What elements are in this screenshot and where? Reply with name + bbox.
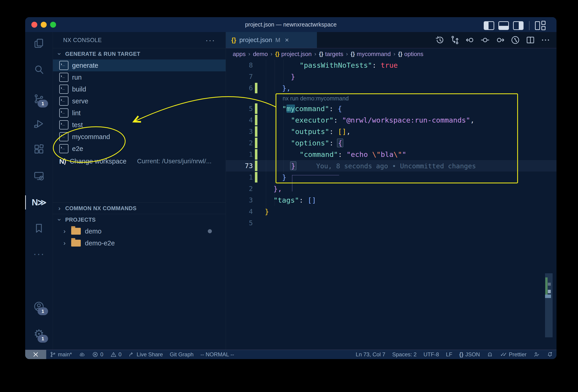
previous-change-icon[interactable] — [465, 35, 475, 45]
statusbar-copilot[interactable] — [483, 350, 496, 359]
statusbar-live-share[interactable]: Live Share — [125, 350, 166, 359]
code-line[interactable]: 6}, — [226, 82, 557, 94]
activity-bookmarks-icon[interactable] — [33, 222, 45, 235]
code-line[interactable]: 5 — [226, 217, 557, 229]
close-tab-icon[interactable]: × — [285, 36, 289, 44]
line-number: 7 — [226, 71, 253, 82]
statusbar-indentation[interactable]: Spaces: 2 — [389, 350, 420, 359]
section-generate-run-target[interactable]: › GENERATE & RUN TARGET — [53, 48, 226, 59]
breadcrumb-separator: › — [270, 51, 272, 57]
target-item-e2e[interactable]: ›_e2e — [53, 143, 226, 155]
change-icon[interactable] — [480, 35, 490, 45]
tab-project-json[interactable]: {} project.json M × — [226, 32, 317, 48]
activity-accounts-icon[interactable]: 1 — [33, 300, 45, 313]
project-item-demo-e2e[interactable]: ›demo-e2e — [53, 237, 226, 249]
change-workspace-item[interactable]: N⟩Change workspaceCurrent: /Users/juri/n… — [53, 155, 226, 168]
code-line[interactable]: 3"outputs": [], — [226, 126, 557, 137]
activity-search-icon[interactable] — [33, 63, 45, 76]
breadcrumb-item-demo[interactable]: demo — [253, 50, 268, 58]
customize-layout-icon[interactable] — [535, 21, 545, 30]
overview-ruler-change-mark — [545, 277, 548, 295]
activity-more-icon[interactable]: ··· — [33, 248, 45, 260]
breadcrumb-item-project.json[interactable]: {}project.json — [275, 50, 312, 58]
activity-extensions-icon[interactable] — [33, 143, 45, 156]
code-line[interactable]: 3"tags": [] — [226, 194, 557, 206]
gutter-change-bar — [255, 138, 257, 148]
statusbar-remote-indicator[interactable] — [25, 350, 46, 359]
statusbar-live-share-contact[interactable] — [530, 350, 543, 359]
breadcrumb-item-apps[interactable]: apps — [233, 50, 245, 58]
target-item-serve[interactable]: ›_serve — [53, 95, 226, 107]
section-projects[interactable]: › PROJECTS — [53, 214, 226, 225]
line-number: 5 — [226, 217, 253, 229]
line-number: 8 — [226, 59, 253, 71]
code-text: "tags": [] — [273, 194, 316, 206]
code-line[interactable]: 8"passWithNoTests": true — [226, 59, 557, 71]
statusbar-errors[interactable]: 0 — [89, 350, 107, 359]
code-text: } — [265, 206, 269, 217]
statusbar-warnings[interactable]: 0 — [107, 350, 125, 359]
split-editor-icon[interactable] — [525, 35, 535, 45]
statusbar-sync-changes[interactable] — [75, 350, 89, 359]
gutter-change-bar — [255, 83, 257, 93]
target-item-mycommand[interactable]: ›_mycommand — [53, 131, 226, 143]
statusbar-prettier[interactable]: ✓✓Prettier — [496, 350, 530, 359]
breadcrumb-item-mycommand[interactable]: {}mycommand — [350, 50, 391, 58]
terminal-icon: ›_ — [59, 61, 68, 70]
next-change-icon[interactable] — [495, 35, 505, 45]
code-text: }You, 8 seconds ago • Uncommitted change… — [291, 160, 476, 172]
statusbar-encoding[interactable]: UTF-8 — [420, 350, 442, 359]
codelens-line[interactable]: nx run demo:mycommand — [226, 94, 557, 103]
gutter-change-bar — [255, 115, 257, 125]
code-area[interactable]: 8"passWithNoTests": true7}6},nx run demo… — [226, 59, 557, 350]
toggle-panel-icon[interactable] — [498, 21, 509, 30]
timeline-icon[interactable] — [435, 35, 445, 45]
code-line[interactable]: 2}, — [226, 183, 557, 194]
target-item-run[interactable]: ›_run — [53, 71, 226, 83]
activity-source-control-icon[interactable]: 1 — [33, 92, 45, 105]
code-line[interactable]: 5"mycommand": { — [226, 103, 557, 114]
codelens-run-command[interactable]: nx run demo:mycommand — [283, 94, 349, 103]
window-title: project.json — newnxreactwrkspace — [25, 17, 557, 32]
code-line[interactable]: 1} — [226, 172, 557, 183]
code-line[interactable]: 4} — [226, 206, 557, 217]
statusbar-vim-mode[interactable]: -- NORMAL -- — [197, 350, 238, 359]
statusbar-notifications[interactable] — [543, 350, 557, 359]
statusbar-git-graph[interactable]: Git Graph — [166, 350, 197, 359]
breadcrumb-item-options[interactable]: {}options — [398, 50, 424, 58]
code-line[interactable]: 73}You, 8 seconds ago • Uncommitted chan… — [226, 160, 557, 172]
target-item-build[interactable]: ›_build — [53, 83, 226, 95]
nx-icon: N⟩ — [59, 157, 66, 165]
project-item-demo[interactable]: ›demo — [53, 225, 226, 237]
activity-explorer-icon[interactable] — [33, 37, 45, 50]
activity-run-and-debug-icon[interactable] — [33, 118, 45, 130]
activity-remote-explorer-icon[interactable] — [33, 170, 45, 182]
gutter-change-bar — [255, 172, 257, 182]
code-line[interactable]: 1"command": "echo \"bla\"" — [226, 149, 557, 160]
chevron-right-icon: › — [57, 205, 62, 212]
breadcrumb-item-targets[interactable]: {}targets — [319, 50, 343, 58]
line-number: 1 — [226, 149, 253, 160]
toggle-secondary-sidebar-icon[interactable] — [513, 21, 524, 30]
git-blame-annotation: You, 8 seconds ago • Uncommitted changes — [316, 162, 476, 170]
code-line[interactable]: 2"options": { — [226, 137, 557, 149]
target-item-test[interactable]: ›_test — [53, 119, 226, 131]
json-braces-icon: {} — [350, 51, 355, 57]
statusbar-cursor-position[interactable]: Ln 73, Col 7 — [352, 350, 389, 359]
code-text: "executor": "@nrwl/workspace:run-command… — [291, 114, 475, 126]
toggle-primary-sidebar-icon[interactable] — [484, 21, 494, 30]
target-item-lint[interactable]: ›_lint — [53, 107, 226, 119]
section-common-nx-commands[interactable]: › COMMON NX COMMANDS — [53, 202, 226, 214]
activity-nx-console-icon[interactable]: N≫ — [33, 196, 45, 209]
statusbar-language-mode[interactable]: {}JSON — [456, 350, 483, 359]
activity-settings-icon[interactable]: ⚙1 — [33, 328, 45, 340]
statusbar-eol[interactable]: LF — [442, 350, 456, 359]
more-actions-icon[interactable] — [540, 35, 551, 45]
compare-changes-icon[interactable] — [450, 35, 460, 45]
code-text: } — [282, 172, 287, 183]
target-item-generate[interactable]: ›_generate — [53, 59, 226, 71]
code-line[interactable]: 7} — [226, 71, 557, 82]
statusbar-git-branch[interactable]: main* — [46, 350, 75, 359]
file-history-icon[interactable] — [510, 35, 520, 45]
code-line[interactable]: 4"executor": "@nrwl/workspace:run-comman… — [226, 114, 557, 126]
